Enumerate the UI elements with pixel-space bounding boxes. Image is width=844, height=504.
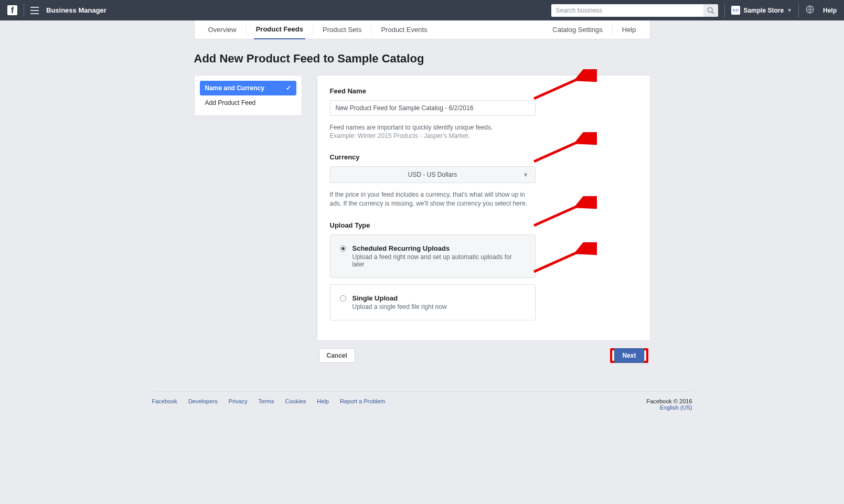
upload-type-label: Upload Type (330, 221, 637, 229)
tabs-bar: Overview Product Feeds Product Sets Prod… (194, 20, 650, 39)
check-icon: ✓ (286, 84, 291, 92)
wizard-step-name-currency[interactable]: Name and Currency ✓ (200, 81, 296, 95)
tab-product-sets[interactable]: Product Sets (320, 20, 364, 39)
currency-selected: USD - US Dollars (408, 171, 457, 178)
chevron-down-icon: ▼ (787, 7, 792, 13)
footer-link[interactable]: Facebook (152, 398, 177, 404)
footer-link[interactable]: Terms (259, 398, 274, 404)
search-wrap (551, 4, 718, 17)
svg-line-6 (534, 245, 593, 272)
divider (24, 4, 24, 17)
feed-name-example: Example: Winter 2015 Products - Jasper's… (330, 132, 637, 140)
tabs-help-link[interactable]: Help (620, 20, 638, 39)
chevron-down-icon: ▼ (523, 171, 529, 178)
divider (724, 4, 725, 17)
form-card: Feed Name Feed names are important to qu… (317, 75, 650, 341)
search-input[interactable] (551, 4, 703, 17)
search-button[interactable] (703, 4, 718, 17)
footer-copyright: Facebook © 2016 (647, 398, 692, 404)
footer-links: Facebook Developers Privacy Terms Cookie… (152, 398, 395, 411)
next-button[interactable]: Next (614, 348, 644, 363)
annotation-highlight: Next (610, 348, 648, 363)
currency-label: Currency (330, 153, 637, 161)
annotation-arrow-icon (529, 242, 597, 279)
tab-product-feeds[interactable]: Product Feeds (254, 20, 305, 39)
currency-dropdown[interactable]: USD - US Dollars ▼ (330, 166, 536, 183)
radio-icon (340, 295, 346, 302)
store-switcher[interactable]: KD Sample Store ▼ (731, 6, 792, 15)
svg-point-0 (708, 7, 713, 12)
upload-option-title: Single Upload (352, 294, 447, 302)
upload-type-option-scheduled[interactable]: Scheduled Recurring Uploads Upload a fee… (330, 234, 536, 278)
svg-line-1 (712, 12, 714, 14)
store-name: Sample Store (743, 7, 784, 14)
radio-icon (340, 245, 346, 252)
cancel-button[interactable]: Cancel (319, 348, 355, 363)
notifications-globe-icon[interactable] (805, 5, 815, 16)
tab-product-events[interactable]: Product Events (379, 20, 429, 39)
footer: Facebook Developers Privacy Terms Cookie… (152, 391, 692, 432)
divider (798, 4, 799, 17)
page-title: Add New Product Feed to Sample Catalog (194, 52, 650, 66)
store-logo-icon: KD (731, 6, 740, 15)
footer-link[interactable]: Help (317, 398, 329, 404)
wizard-step-label: Name and Currency (205, 84, 264, 92)
upload-option-desc: Upload a feed right now and set up autom… (352, 253, 526, 268)
wizard-steps: Name and Currency ✓ Add Product Feed (194, 75, 302, 116)
facebook-logo-icon[interactable]: f (7, 5, 17, 15)
tab-overview[interactable]: Overview (206, 20, 239, 39)
top-help-link[interactable]: Help (823, 7, 837, 14)
menu-icon[interactable] (30, 7, 39, 14)
footer-link[interactable]: Cookies (285, 398, 306, 404)
footer-link[interactable]: Report a Problem (340, 398, 385, 404)
topbar: f Business Manager KD Sample Store ▼ Hel… (0, 0, 844, 20)
feed-name-label: Feed Name (330, 87, 637, 95)
catalog-settings-link[interactable]: Catalog Settings (550, 20, 604, 39)
currency-help: If the price in your feed includes a cur… (330, 190, 536, 208)
feed-name-help: Feed names are important to quickly iden… (330, 123, 637, 132)
search-icon (707, 7, 714, 14)
footer-link[interactable]: Developers (188, 398, 218, 404)
wizard-step-add-feed[interactable]: Add Product Feed (200, 95, 296, 110)
upload-type-option-single[interactable]: Single Upload Upload a single feed file … (330, 284, 536, 320)
upload-option-desc: Upload a single feed file right now (352, 303, 447, 310)
footer-link[interactable]: Privacy (229, 398, 248, 404)
app-title: Business Manager (46, 6, 106, 14)
wizard-step-label: Add Product Feed (205, 99, 256, 106)
footer-language[interactable]: English (US) (660, 404, 692, 411)
upload-option-title: Scheduled Recurring Uploads (352, 244, 526, 252)
feed-name-input[interactable] (330, 100, 536, 116)
